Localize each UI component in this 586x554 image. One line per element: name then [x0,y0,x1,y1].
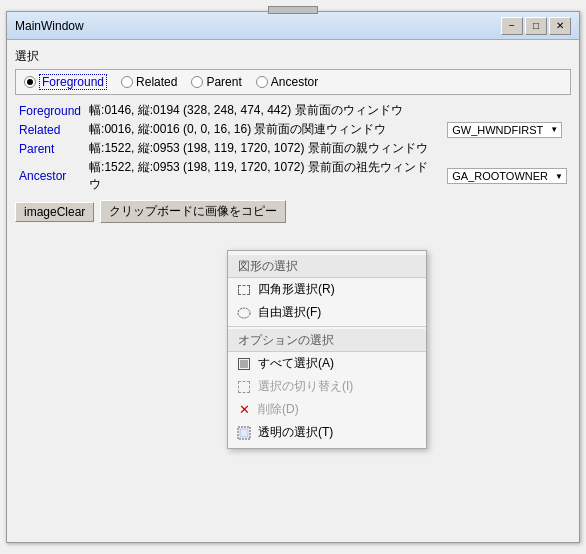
radio-foreground-label: Foreground [39,74,107,90]
radio-ancestor-label: Ancestor [271,75,318,89]
row-dropdown-ancestor[interactable]: GA_ROOTOWNER [443,158,571,194]
row-label-parent: Parent [15,139,85,158]
ctx-delete-label: 削除(D) [258,401,299,418]
table-row: Related 幅:0016, 縦:0016 (0, 0, 16, 16) 景前… [15,120,571,139]
radio-ancestor[interactable]: Ancestor [256,75,318,89]
ctx-divider [228,326,426,327]
select-all-icon [236,356,252,372]
close-button[interactable]: ✕ [549,17,571,35]
transparent-svg [237,426,251,440]
table-row: Foreground 幅:0146, 縦:0194 (328, 248, 474… [15,101,571,120]
image-clear-button[interactable]: imageClear [15,202,94,222]
ctx-section2-label: オプションの選択 [228,329,426,352]
row-label-foreground: Foreground [15,101,85,120]
related-dropdown[interactable]: GW_HWNDFIRST [447,122,562,138]
ctx-select-all[interactable]: すべて選択(A) [228,352,426,375]
svg-rect-2 [240,429,248,437]
bottom-bar: imageClear クリップボードに画像をコピー [15,200,571,223]
radio-foreground-circle [24,76,36,88]
row-label-related: Related [15,120,85,139]
svg-point-0 [238,308,250,318]
radio-ancestor-circle [256,76,268,88]
related-dropdown-value: GW_HWNDFIRST [452,124,543,136]
ctx-rect-select-label: 四角形選択(R) [258,281,335,298]
ctx-toggle-select: 選択の切り替え(I) [228,375,426,398]
table-row: Ancestor 幅:1522, 縦:0953 (198, 119, 1720,… [15,158,571,194]
window-controls: − □ ✕ [501,17,571,35]
radio-foreground[interactable]: Foreground [24,74,107,90]
maximize-button[interactable]: □ [525,17,547,35]
radio-group: Foreground Related Parent Ancestor [15,69,571,95]
lasso-svg [237,306,251,320]
rect-select-icon [236,282,252,298]
selection-label: 選択 [15,48,571,65]
row-data-related: 幅:0016, 縦:0016 (0, 0, 16, 16) 景前面の関連ウィンド… [85,120,443,139]
ctx-lasso-label: 自由選択(F) [258,304,321,321]
context-menu: 図形の選択 四角形選択(R) 自由選択(F) オプションの選択 [227,250,427,449]
radio-related-label: Related [136,75,177,89]
row-data-parent: 幅:1522, 縦:0953 (198, 119, 1720, 1072) 景前… [85,139,443,158]
ctx-transparent-select[interactable]: 透明の選択(T) [228,421,426,444]
ctx-toggle-label: 選択の切り替え(I) [258,378,353,395]
row-data-ancestor: 幅:1522, 縦:0953 (198, 119, 1720, 1072) 景前… [85,158,443,194]
radio-parent-label: Parent [206,75,241,89]
delete-icon: ✕ [236,402,252,418]
title-center-bar [268,6,318,14]
window-title: MainWindow [15,19,501,33]
row-label-ancestor: Ancestor [15,158,85,194]
ancestor-dropdown-value: GA_ROOTOWNER [452,170,548,182]
transparent-icon [236,425,252,441]
table-row: Parent 幅:1522, 縦:0953 (198, 119, 1720, 1… [15,139,571,158]
ctx-rect-select[interactable]: 四角形選択(R) [228,278,426,301]
row-dropdown-foreground [443,101,571,120]
ctx-section1-label: 図形の選択 [228,255,426,278]
main-window: MainWindow − □ ✕ 選択 Foreground Related P… [6,11,580,543]
toggle-icon [236,379,252,395]
row-data-foreground: 幅:0146, 縦:0194 (328, 248, 474, 442) 景前面の… [85,101,443,120]
ctx-select-all-label: すべて選択(A) [258,355,334,372]
title-bar: MainWindow − □ ✕ [7,12,579,40]
minimize-button[interactable]: − [501,17,523,35]
ctx-delete: ✕ 削除(D) [228,398,426,421]
ctx-transparent-label: 透明の選択(T) [258,424,333,441]
radio-parent-circle [191,76,203,88]
row-dropdown-related[interactable]: GW_HWNDFIRST [443,120,571,139]
row-dropdown-parent [443,139,571,158]
copy-clipboard-button[interactable]: クリップボードに画像をコピー [100,200,286,223]
ancestor-dropdown[interactable]: GA_ROOTOWNER [447,168,567,184]
content-area: 選択 Foreground Related Parent Ancestor [7,40,579,542]
ctx-lasso-select[interactable]: 自由選択(F) [228,301,426,324]
info-table: Foreground 幅:0146, 縦:0194 (328, 248, 474… [15,101,571,194]
radio-related-circle [121,76,133,88]
lasso-icon [236,305,252,321]
radio-related[interactable]: Related [121,75,177,89]
radio-parent[interactable]: Parent [191,75,241,89]
